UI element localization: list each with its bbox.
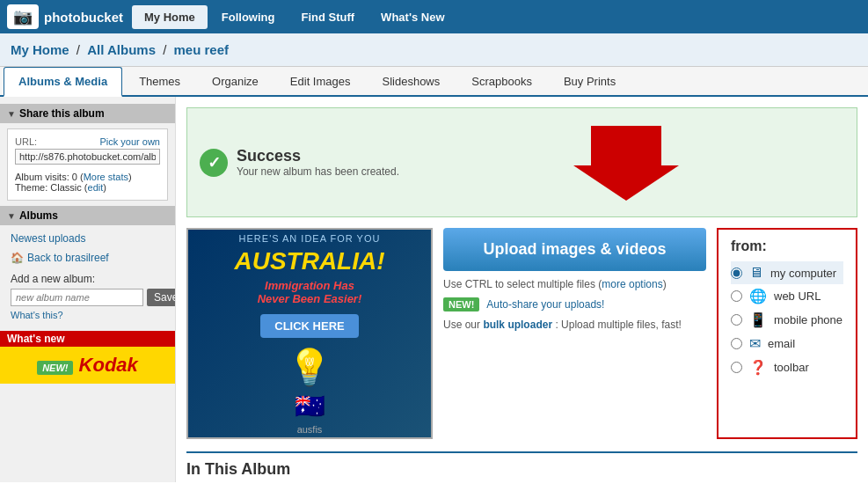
from-option-computer: 🖥 my computer [731, 261, 843, 284]
nav-links: My Home Following Find Stuff What's New [132, 5, 457, 29]
new-feature-badge: NEW! [443, 297, 479, 311]
lightbulb-icon: 💡 [288, 347, 332, 388]
from-option-email: ✉ email [731, 332, 843, 355]
more-stats-link[interactable]: More stats [84, 172, 128, 182]
nav-whats-new[interactable]: What's New [368, 5, 456, 29]
from-option-toolbar-label: toolbar [774, 361, 809, 374]
kodak-banner: NEW! Kodak [0, 347, 175, 384]
from-option-url: 🌐 web URL [731, 284, 843, 308]
visits-label: Album visits: [15, 172, 69, 182]
in-this-album-title: In This Album [186, 460, 857, 479]
email-icon: ✉ [749, 335, 761, 352]
main-layout: ▼ Share this album URL: Pick your own Al… [0, 97, 868, 482]
from-radio-mobile[interactable] [731, 314, 742, 326]
albums-triangle-icon: ▼ [7, 211, 16, 221]
ad-cta-button[interactable]: CLICK HERE [260, 314, 358, 338]
success-text: Success Your new album has been created. [237, 147, 399, 178]
triangle-icon: ▼ [7, 109, 16, 119]
share-section-title: Share this album [19, 107, 105, 120]
whats-new-title: What's new [7, 333, 65, 345]
mobile-icon: 📱 [749, 311, 767, 328]
new-badge: NEW! [37, 361, 73, 375]
from-radio-toolbar[interactable] [731, 362, 742, 373]
computer-icon: 🖥 [749, 265, 763, 281]
from-option-email-label: email [768, 337, 795, 350]
upload-button[interactable]: Upload images & videos [443, 228, 706, 271]
add-album-label: Add a new album: [11, 273, 164, 285]
web-icon: 🌐 [749, 288, 767, 304]
from-radio-email[interactable] [731, 338, 742, 349]
success-title: Success [237, 147, 399, 165]
back-to-text: Back to brasilreef [27, 252, 109, 264]
url-row: URL: Pick your own [15, 136, 160, 147]
ad-body-text: Immigration HasNever Been Easier! [258, 279, 362, 305]
success-box: ✓ Success Your new album has been create… [186, 107, 857, 217]
from-option-mobile: 📱 mobile phone [731, 308, 843, 332]
tab-themes[interactable]: Themes [124, 67, 195, 95]
pick-your-own-link[interactable]: Pick your own [100, 136, 160, 147]
albums-section-header: ▼ Albums [0, 206, 175, 225]
bulk-uploader-link[interactable]: bulk uploader [483, 319, 552, 331]
arrow-area [408, 117, 844, 208]
back-to-link[interactable]: 🏠 Back to brasilreef [0, 248, 175, 267]
upload-section: HERE'S AN IDEA FOR YOU AUSTRALIA! Immigr… [186, 228, 857, 439]
tab-buy-prints[interactable]: Buy Prints [549, 67, 631, 95]
albums-section-title: Albums [19, 209, 58, 222]
nav-following[interactable]: Following [209, 5, 288, 29]
flag-icon: 🇦🇺 [295, 392, 325, 421]
checkmark-icon: ✓ [208, 153, 221, 172]
from-title: from: [731, 238, 843, 254]
toolbar-icon: ❓ [749, 359, 767, 376]
whats-new-section: What's new NEW! Kodak [0, 331, 175, 384]
albums-section: Newest uploads 🏠 Back to brasilreef Add … [0, 229, 175, 326]
bulk-hint-prefix: Use our [443, 319, 480, 331]
ad-banner[interactable]: HERE'S AN IDEA FOR YOU AUSTRALIA! Immigr… [186, 228, 433, 439]
from-panel: from: 🖥 my computer 🌐 web URL 📱 mobile p… [717, 228, 857, 439]
whats-new-banner: What's new [0, 331, 175, 347]
from-radio-url[interactable] [731, 290, 742, 302]
new-feature-row: NEW! Auto-share your uploads! [443, 297, 706, 311]
tab-slideshows[interactable]: Slideshows [368, 67, 456, 95]
logo: 📷 photobucket [7, 4, 123, 29]
sidebar: ▼ Share this album URL: Pick your own Al… [0, 97, 176, 482]
edit-theme-link[interactable]: edit [88, 182, 104, 193]
breadcrumb: My Home / All Albums / meu reef [0, 33, 868, 67]
from-option-toolbar: ❓ toolbar [731, 355, 843, 379]
breadcrumb-sep2: / [163, 42, 170, 57]
breadcrumb-sep1: / [77, 42, 84, 57]
kodak-text: Kodak [79, 354, 138, 376]
newest-uploads-link[interactable]: Newest uploads [0, 229, 175, 248]
add-album-area: Add a new album: Save What's this? [0, 267, 175, 326]
tab-albums-media[interactable]: Albums & Media [4, 67, 122, 97]
nav-my-home[interactable]: My Home [132, 5, 208, 29]
upload-hint-text: Use CTRL to select multiple files [443, 278, 595, 290]
ad-company-text: ausfis [297, 424, 323, 435]
save-album-button[interactable]: Save [147, 289, 176, 306]
breadcrumb-home[interactable]: My Home [11, 42, 69, 57]
more-options-link[interactable]: more options [602, 278, 662, 290]
from-option-mobile-label: mobile phone [774, 313, 842, 326]
tab-edit-images[interactable]: Edit Images [275, 67, 366, 95]
tab-scrapbooks[interactable]: Scrapbooks [456, 67, 547, 95]
ad-idea-text: HERE'S AN IDEA FOR YOU [239, 233, 381, 244]
from-option-computer-label: my computer [770, 267, 836, 280]
success-icon: ✓ [200, 149, 228, 177]
tab-organize[interactable]: Organize [197, 67, 274, 95]
add-album-input[interactable] [11, 289, 143, 306]
url-input[interactable] [15, 149, 160, 165]
from-radio-computer[interactable] [731, 267, 742, 279]
share-box: URL: Pick your own Album visits: 0 (More… [7, 128, 168, 201]
autoshare-link[interactable]: Auto-share your uploads! [486, 298, 604, 311]
logo-icon: 📷 [7, 4, 39, 29]
in-this-album: In This Album [186, 451, 857, 479]
add-album-row: Save [11, 289, 164, 306]
whats-this-link[interactable]: What's this? [11, 310, 164, 320]
tab-bar: Albums & Media Themes Organize Edit Imag… [0, 67, 868, 97]
breadcrumb-all-albums[interactable]: All Albums [87, 42, 156, 57]
home-icon: 🏠 [11, 252, 24, 264]
svg-marker-0 [573, 126, 679, 201]
down-arrow-icon [573, 117, 679, 205]
upload-hint: Use CTRL to select multiple files (more … [443, 278, 706, 290]
nav-find-stuff[interactable]: Find Stuff [288, 5, 367, 29]
share-section-header: ▼ Share this album [0, 104, 175, 123]
